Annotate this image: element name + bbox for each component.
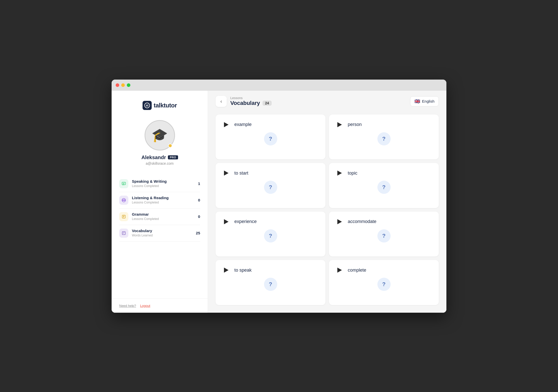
sidebar-item-speaking-writing[interactable]: Speaking & Writing Lessons Completed 1	[119, 176, 200, 192]
play-triangle-0	[224, 122, 229, 127]
card-word-1: person	[348, 122, 362, 127]
minimize-button[interactable]	[121, 83, 125, 87]
card-top-7: complete	[335, 266, 433, 275]
card-question-0[interactable]: ?	[264, 132, 277, 145]
svg-rect-12	[122, 232, 125, 235]
speaking-writing-text: Speaking & Writing Lessons Completed	[132, 179, 195, 188]
play-triangle-1	[337, 122, 342, 127]
vocab-card-1: person ?	[329, 115, 439, 160]
play-button-3[interactable]	[335, 169, 344, 178]
grammar-sublabel: Lessons Completed	[132, 217, 159, 221]
card-top-0: example	[222, 120, 319, 129]
avatar: 🎓	[145, 120, 175, 151]
app-window: ai talktutor 🎓 Aleksandr PRO a@skillsrac…	[112, 80, 446, 313]
play-triangle-7	[337, 268, 342, 273]
card-question-3[interactable]: ?	[377, 181, 391, 194]
sidebar-item-vocabulary[interactable]: Vocabulary Words Learned 25	[119, 225, 200, 241]
vocabulary-count: 25	[196, 231, 200, 235]
vocabulary-label: Vocabulary	[132, 229, 192, 233]
lang-label: English	[422, 99, 434, 103]
play-button-7[interactable]	[335, 266, 344, 275]
user-name-row: Aleksandr PRO	[141, 155, 178, 160]
logo-icon: ai	[143, 101, 152, 110]
need-help-link[interactable]: Need help?	[119, 304, 136, 308]
maximize-button[interactable]	[127, 83, 130, 87]
grammar-icon	[119, 212, 128, 221]
logout-link[interactable]: Logout	[140, 304, 150, 308]
play-button-2[interactable]	[222, 169, 231, 178]
logo-area: ai talktutor	[112, 91, 208, 115]
card-question-2[interactable]: ?	[264, 181, 277, 194]
card-question-7[interactable]: ?	[377, 278, 391, 291]
grammar-text: Grammar Lessons Completed	[132, 212, 195, 221]
card-word-3: topic	[348, 171, 357, 176]
play-triangle-3	[337, 171, 342, 176]
play-triangle-5	[337, 219, 342, 224]
play-button-6[interactable]	[222, 266, 231, 275]
sidebar-item-listening-reading[interactable]: Listening & Reading Lessons Completed 0	[119, 192, 200, 209]
card-word-7: complete	[348, 268, 366, 273]
close-button[interactable]	[116, 83, 119, 87]
back-button[interactable]: ‹	[216, 96, 227, 107]
speaking-writing-sublabel: Lessons Completed	[132, 184, 159, 188]
listening-reading-count: 0	[198, 198, 200, 202]
speaking-writing-icon	[119, 179, 128, 188]
page-title: Vocabulary	[230, 100, 260, 106]
vocabulary-text: Vocabulary Words Learned	[132, 229, 192, 237]
card-word-5: accommodate	[348, 219, 376, 224]
breadcrumb-top: Lessons	[230, 96, 272, 100]
card-question-6[interactable]: ?	[264, 278, 277, 291]
vocab-card-4: experience ?	[216, 212, 325, 257]
card-top-6: to speak	[222, 266, 319, 275]
card-word-6: to speak	[234, 268, 252, 273]
vocabulary-icon	[119, 229, 128, 238]
avatar-icon: 🎓	[151, 127, 168, 143]
listening-reading-sublabel: Lessons Completed	[132, 201, 159, 204]
sidebar: ai talktutor 🎓 Aleksandr PRO a@skillsrac…	[112, 91, 208, 313]
sidebar-footer: Need help? Logout	[112, 298, 208, 313]
language-button[interactable]: 🇬🇧 English	[410, 96, 439, 106]
titlebar	[112, 80, 446, 91]
card-word-0: example	[234, 122, 252, 127]
card-top-1: person	[335, 120, 433, 129]
svg-text:ai: ai	[146, 104, 148, 107]
main-content: ‹ Lessons Vocabulary 24 🇬🇧 English	[208, 91, 446, 313]
svg-point-7	[124, 200, 125, 201]
card-word-2: to start	[234, 171, 248, 176]
vocab-card-7: complete ?	[329, 260, 439, 305]
sidebar-nav: Speaking & Writing Lessons Completed 1	[112, 173, 208, 298]
play-button-1[interactable]	[335, 120, 344, 129]
vocab-card-6: to speak ?	[216, 260, 325, 305]
play-triangle-4	[224, 219, 229, 224]
grammar-label: Grammar	[132, 212, 195, 216]
speaking-writing-count: 1	[198, 181, 200, 186]
user-name: Aleksandr	[141, 155, 166, 160]
main-header: ‹ Lessons Vocabulary 24 🇬🇧 English	[208, 91, 446, 112]
traffic-lights	[116, 83, 130, 87]
vocab-count-badge: 24	[263, 101, 272, 106]
user-email: a@skillsrace.com	[146, 161, 174, 165]
card-question-4[interactable]: ?	[264, 229, 277, 242]
card-top-2: to start	[222, 169, 319, 178]
breadcrumb: Lessons Vocabulary 24	[230, 96, 272, 106]
listening-reading-label: Listening & Reading	[132, 196, 195, 200]
card-top-4: experience	[222, 217, 319, 226]
card-top-3: topic	[335, 169, 433, 178]
avatar-section: 🎓 Aleksandr PRO a@skillsrace.com	[112, 115, 208, 173]
card-top-5: accommodate	[335, 217, 433, 226]
play-button-5[interactable]	[335, 217, 344, 226]
breadcrumb-title: Vocabulary 24	[230, 100, 272, 106]
card-question-5[interactable]: ?	[377, 229, 391, 242]
flag-icon: 🇬🇧	[414, 99, 420, 104]
app-body: ai talktutor 🎓 Aleksandr PRO a@skillsrac…	[112, 91, 446, 313]
card-question-1[interactable]: ?	[377, 132, 391, 145]
card-word-4: experience	[234, 219, 257, 224]
vocab-card-3: topic ?	[329, 163, 439, 208]
play-triangle-2	[224, 171, 229, 176]
vocab-grid: example ? person ?	[208, 112, 446, 313]
vocab-card-2: to start ?	[216, 163, 325, 208]
sidebar-item-grammar[interactable]: Grammar Lessons Completed 0	[119, 209, 200, 225]
play-button-0[interactable]	[222, 120, 231, 129]
play-button-4[interactable]	[222, 217, 231, 226]
listening-reading-icon	[119, 196, 128, 205]
